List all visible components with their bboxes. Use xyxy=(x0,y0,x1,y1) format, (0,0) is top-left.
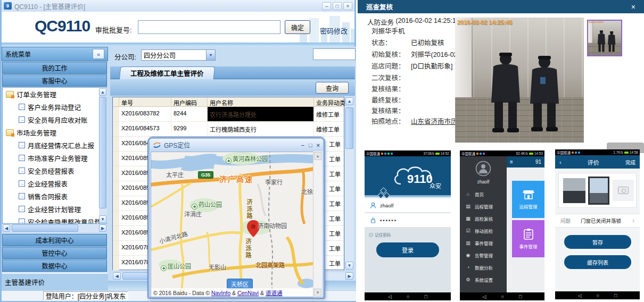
sidebar-scrollbar[interactable]: ▲ ▼ xyxy=(99,88,107,223)
home-icon[interactable]: ○ xyxy=(597,293,599,298)
attribution-link[interactable]: 道道通 xyxy=(266,290,283,296)
tree-item[interactable]: →企业经营报表 xyxy=(3,177,106,190)
scroll-up-icon[interactable]: ▲ xyxy=(314,152,321,160)
tree-item[interactable]: →市场准客户业务管理 xyxy=(3,152,106,164)
save-temp-button[interactable]: 暂存 xyxy=(564,235,631,249)
drawer-item-alarms[interactable]: ◉告警管理 xyxy=(460,249,507,261)
branch-select[interactable]: 四分分公司 ▼ xyxy=(141,49,216,61)
query-button[interactable]: 查询 xyxy=(316,82,349,94)
tree-group-market[interactable]: 市场业务管理 xyxy=(3,126,106,139)
sidebar-collapse-button[interactable]: « xyxy=(93,49,104,59)
add-photo-button[interactable] xyxy=(613,180,634,201)
table-vscrollbar[interactable]: ▲ ▼ xyxy=(345,97,354,270)
scrollbar-thumb[interactable] xyxy=(345,107,353,149)
chevron-down-icon[interactable]: ▼ xyxy=(206,50,215,60)
confirm-button[interactable]: 确定 xyxy=(285,20,310,34)
tree-item[interactable]: →月底经营情况汇总上报 xyxy=(3,139,106,152)
scroll-down-icon[interactable]: ▼ xyxy=(99,215,106,223)
minimize-button[interactable]: – xyxy=(301,142,304,148)
recent-icon[interactable]: □ xyxy=(519,294,522,299)
done-button[interactable]: 完成 xyxy=(625,158,635,166)
sidebar-item-my-work[interactable]: 我的工作 xyxy=(2,62,107,74)
notification-icon xyxy=(578,152,580,154)
table-row[interactable]: X2016/0845739299工行槐荫城西支行维修工单 xyxy=(113,122,344,137)
back-icon[interactable]: ◁ xyxy=(388,294,392,299)
attached-photo[interactable] xyxy=(563,178,585,203)
password-change-link[interactable]: 密码修改 xyxy=(320,26,348,36)
back-icon[interactable]: ◁ xyxy=(483,294,486,299)
sidebar-hscrollbar[interactable]: ◀ ▶ xyxy=(2,224,107,232)
window-header: QC9110 审批批复号: 确定 密码修改 xyxy=(2,12,354,43)
drawer-item-patrol-review[interactable]: ▦巡检复核 xyxy=(460,212,507,224)
close-icon[interactable]: × xyxy=(631,3,635,11)
drawer-item-events[interactable]: ▥事件管理 xyxy=(460,237,507,249)
approval-input[interactable] xyxy=(138,20,280,34)
maximize-button[interactable]: □ xyxy=(309,142,312,148)
sidebar-item-cost-center[interactable]: 成本利润中心 xyxy=(2,234,107,246)
col-type: 业务异动类型 xyxy=(314,97,345,106)
scroll-left-icon[interactable]: ◀ xyxy=(3,224,10,232)
username-field[interactable]: zhaolf xyxy=(365,198,451,213)
app-icon: 9 xyxy=(4,2,12,10)
back-icon[interactable]: ◁ xyxy=(578,293,582,298)
drawer-item-remote[interactable]: ▤远程管理 xyxy=(460,200,507,212)
attached-photo[interactable] xyxy=(588,177,609,205)
photo-thumbnail[interactable]: 2016-02-02 14:25:45 xyxy=(587,20,622,56)
table-row[interactable]: X2016/0837828244农行济洛路分理处维修工单 xyxy=(113,107,344,122)
attribution-link[interactable]: NavInfo xyxy=(211,290,230,296)
recent-icon[interactable]: □ xyxy=(614,293,617,298)
attribution-link[interactable]: CenNavi xyxy=(237,290,259,296)
minimize-button[interactable]: – xyxy=(322,2,331,10)
leaf-icon: → xyxy=(19,219,25,224)
sidebar-item-data-center[interactable]: 数据中心 xyxy=(2,259,107,272)
scroll-right-icon[interactable]: ▶ xyxy=(345,272,353,280)
cache-list-button[interactable]: 缓存列表 xyxy=(564,255,631,269)
scroll-left-icon[interactable]: ◀ xyxy=(113,272,121,280)
home-icon[interactable]: ○ xyxy=(407,294,409,299)
gps-map[interactable]: ♣黄河森林公园 太平庄 G35 济广高速 李家行 北徐 ♣药山公园 济泺路 洋涓… xyxy=(151,152,315,297)
scroll-down-icon[interactable]: ▼ xyxy=(345,262,353,270)
tree-item[interactable]: →客户业务异动登记 xyxy=(3,100,106,113)
question-row[interactable]: 问题 门窗已关闭并落锁 › xyxy=(555,214,640,228)
tree-icon: ♣ xyxy=(192,204,197,209)
tree-item[interactable]: →安全检查隐患整改意见登 xyxy=(3,215,106,224)
drawer-item-home[interactable]: ⌂首页 xyxy=(460,188,507,200)
recent-icon[interactable]: □ xyxy=(424,294,427,299)
password-field[interactable]: •••••• xyxy=(365,213,451,228)
scroll-down-icon[interactable]: ▼ xyxy=(314,289,321,297)
scroll-up-icon[interactable]: ▲ xyxy=(345,97,353,105)
scroll-up-icon[interactable]: ▲ xyxy=(99,88,106,96)
close-button[interactable]: × xyxy=(343,2,352,10)
lock-icon xyxy=(370,217,376,223)
tile-remote-management[interactable]: 远程管理 xyxy=(512,181,544,218)
close-button[interactable]: × xyxy=(317,142,320,148)
menu-icon[interactable]: ≡ xyxy=(510,159,513,165)
col-user-code: 用户编码 xyxy=(171,97,208,106)
drawer-item-settings[interactable]: ⚙系统设置 xyxy=(460,273,507,286)
tab-supervisor-evaluation[interactable]: 工程及维修工单主管评价 xyxy=(119,66,216,79)
drawer-item-mobile-patrol[interactable]: ☑移动巡检 xyxy=(460,224,507,237)
tree-group-order[interactable]: 订单业务管理 xyxy=(3,88,106,100)
map-scrollbar[interactable]: ▲ ▼ xyxy=(313,152,322,297)
tile-event-management[interactable]: 事件管理 xyxy=(512,220,544,257)
tree-item[interactable]: →销售合同报表 xyxy=(3,190,106,203)
app-bar-title: 91 xyxy=(535,159,541,165)
scroll-right-icon[interactable]: ▶ xyxy=(99,224,106,232)
scrollbar-thumb[interactable] xyxy=(99,97,106,208)
drawer-item-analytics[interactable]: ◔数据分析 xyxy=(460,261,507,273)
sidebar-item-control-center[interactable]: 管控中心 xyxy=(2,247,107,259)
tree-item[interactable]: →企业经营计划管理 xyxy=(3,203,106,215)
sidebar-item-service-center[interactable]: 客服中心 xyxy=(2,74,107,87)
person-icon xyxy=(370,202,376,208)
remember-password-checkbox[interactable]: ✓ 记住密码 xyxy=(369,232,391,238)
cloud-logo-icon: 9110 众安 xyxy=(390,163,443,190)
scrollbar-thumb[interactable] xyxy=(12,224,78,232)
tree-item[interactable]: →安全员经营报表 xyxy=(3,164,106,177)
home-icon[interactable]: ○ xyxy=(501,294,504,299)
maximize-button[interactable]: □ xyxy=(333,2,342,10)
sidebar-menu-header: 系统菜单 « xyxy=(2,47,108,61)
sidebar-section-evaluation[interactable]: 主管基建评价 xyxy=(2,273,108,290)
tree-item[interactable]: →安全员每月应收对账 xyxy=(3,113,106,126)
filter-input[interactable] xyxy=(313,48,356,60)
login-button[interactable]: 登录 xyxy=(376,242,439,257)
